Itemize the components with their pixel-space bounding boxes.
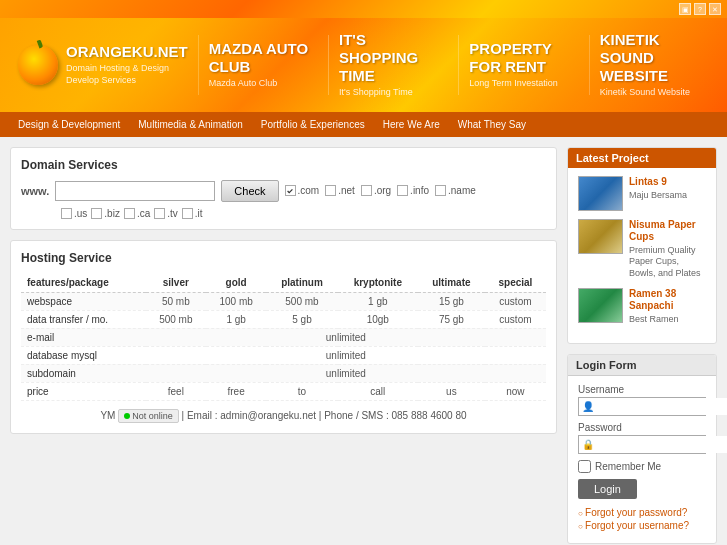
tld-us-checkbox[interactable] — [61, 208, 72, 219]
tld-ca-checkbox[interactable] — [124, 208, 135, 219]
property-subtitle: Long Term Investation — [469, 78, 578, 90]
domain-services-panel: Domain Services www. Check .com .net .or… — [10, 147, 557, 230]
header-site-mazda[interactable]: MAZDA AUTO CLUB Mazda Auto Club — [201, 35, 326, 95]
lock-icon: 🔒 — [579, 437, 597, 452]
transfer-ultimate: 75 gb — [418, 310, 485, 328]
password-group: Password 🔒 — [578, 422, 706, 454]
password-field[interactable] — [597, 436, 727, 453]
transfer-silver: 500 mb — [146, 310, 206, 328]
transfer-special: custom — [485, 310, 546, 328]
property-title: PROPERTY FOR RENT — [469, 40, 578, 76]
project-info-2: Nisuma Paper Cups Premium Quality Paper … — [629, 219, 706, 280]
latest-project-panel: Latest Project Lintas 9 Maju Bersama Nis… — [567, 147, 717, 345]
webspace-special: custom — [485, 292, 546, 310]
navigation: Design & Development Multimedia & Animat… — [0, 112, 727, 137]
col-platinum: platinum — [266, 273, 337, 293]
col-special: special — [485, 273, 546, 293]
domain-check-button[interactable]: Check — [221, 180, 278, 202]
nav-multimedia[interactable]: Multimedia & Animation — [130, 116, 251, 133]
price-silver: feel — [146, 382, 206, 400]
project-link-1[interactable]: Lintas 9 — [629, 176, 706, 188]
webspace-gold: 100 mb — [206, 292, 266, 310]
forgot-links: Forgot your password? Forgot your userna… — [578, 507, 706, 531]
email-unlimited: unlimited — [146, 328, 546, 346]
tld-org: .org — [361, 185, 391, 196]
header-site-kinetik[interactable]: KINETIK SOUND WEBSITE Kinetik Sound Webs… — [592, 26, 717, 104]
domain-input-row: www. Check .com .net .org .info — [21, 180, 546, 202]
transfer-gold: 1 gb — [206, 310, 266, 328]
tld-it: .it — [182, 208, 203, 219]
tld-biz-label: .biz — [104, 208, 120, 219]
feature-transfer: data transfer / mo. — [21, 310, 146, 328]
tld-net-label: .net — [338, 185, 355, 196]
tld-info-checkbox[interactable] — [397, 185, 408, 196]
tld-us-label: .us — [74, 208, 87, 219]
remember-me-checkbox[interactable] — [578, 460, 591, 473]
price-platinum: to — [266, 382, 337, 400]
login-button[interactable]: Login — [578, 479, 637, 499]
header-divider-1 — [198, 35, 199, 95]
list-item: Lintas 9 Maju Bersama — [578, 176, 706, 211]
tld-info-label: .info — [410, 185, 429, 196]
project-link-3[interactable]: Ramen 38 Sanpachi — [629, 288, 706, 312]
header-site-orangeku[interactable]: ORANGEKU.NET Domain Hosting & Design Dev… — [10, 38, 196, 91]
kinetik-title: KINETIK SOUND WEBSITE — [600, 31, 709, 85]
forgot-username-link[interactable]: Forgot your username? — [578, 520, 706, 531]
forgot-password-link[interactable]: Forgot your password? — [578, 507, 706, 518]
table-row: e-mail unlimited — [21, 328, 546, 346]
tld-it-label: .it — [195, 208, 203, 219]
tld-tv: .tv — [154, 208, 178, 219]
tld-biz-checkbox[interactable] — [91, 208, 102, 219]
user-icon: 👤 — [579, 399, 597, 414]
tld-net-checkbox[interactable] — [325, 185, 336, 196]
header-site-property[interactable]: PROPERTY FOR RENT Long Term Investation — [461, 35, 586, 95]
tld-ca: .ca — [124, 208, 150, 219]
hosting-header-row: features/package silver gold platinum kr… — [21, 273, 546, 293]
col-silver: silver — [146, 273, 206, 293]
nav-here[interactable]: Here We Are — [375, 116, 448, 133]
project-info-1: Lintas 9 Maju Bersama — [629, 176, 706, 202]
webspace-kryptonite: 1 gb — [338, 292, 418, 310]
feature-email: e-mail — [21, 328, 146, 346]
feature-webspace: webspace — [21, 292, 146, 310]
nav-design[interactable]: Design & Development — [10, 116, 128, 133]
tld-org-checkbox[interactable] — [361, 185, 372, 196]
close-icon[interactable]: ✕ — [709, 3, 721, 15]
phone-value: 085 888 4600 80 — [391, 410, 466, 421]
shopping-title: IT'S SHOPPING TIME — [339, 31, 448, 85]
nav-portfolio[interactable]: Portfolio & Experiences — [253, 116, 373, 133]
email-label: Email — [187, 410, 212, 421]
domain-www-label: www. — [21, 185, 49, 197]
webspace-silver: 50 mb — [146, 292, 206, 310]
nav-testimonials[interactable]: What They Say — [450, 116, 534, 133]
project-thumb-2 — [578, 219, 623, 254]
orangeku-subtitle: Domain Hosting & Design Develop Services — [66, 63, 188, 86]
site-header: ORANGEKU.NET Domain Hosting & Design Dev… — [0, 18, 727, 112]
tld-it-checkbox[interactable] — [182, 208, 193, 219]
username-field[interactable] — [597, 398, 727, 415]
password-input-wrapper: 🔒 — [578, 435, 706, 454]
tld-us: .us — [61, 208, 87, 219]
orangeku-logo — [18, 45, 58, 85]
tld-tv-checkbox[interactable] — [154, 208, 165, 219]
help-icon[interactable]: ? — [694, 3, 706, 15]
header-divider-4 — [589, 35, 590, 95]
mazda-title: MAZDA AUTO CLUB — [209, 40, 318, 76]
remember-me-row: Remember Me — [578, 460, 706, 473]
feature-mysql: database mysql — [21, 346, 146, 364]
remember-me-label: Remember Me — [595, 461, 661, 472]
tld-ca-label: .ca — [137, 208, 150, 219]
tld-tv-label: .tv — [167, 208, 178, 219]
top-bar: ▣ ? ✕ — [0, 0, 727, 18]
left-column: Domain Services www. Check .com .net .or… — [10, 147, 557, 545]
mysql-unlimited: unlimited — [146, 346, 546, 364]
resize-icon[interactable]: ▣ — [679, 3, 691, 15]
tld-name-checkbox[interactable] — [435, 185, 446, 196]
project-link-2[interactable]: Nisuma Paper Cups — [629, 219, 706, 243]
domain-search-input[interactable] — [55, 181, 215, 201]
table-row: price feel free to call us now — [21, 382, 546, 400]
tld-com-checkbox[interactable] — [285, 185, 296, 196]
price-kryptonite: call — [338, 382, 418, 400]
header-site-shopping[interactable]: IT'S SHOPPING TIME It's Shopping Time — [331, 26, 456, 104]
orangeku-title: ORANGEKU.NET — [66, 43, 188, 61]
